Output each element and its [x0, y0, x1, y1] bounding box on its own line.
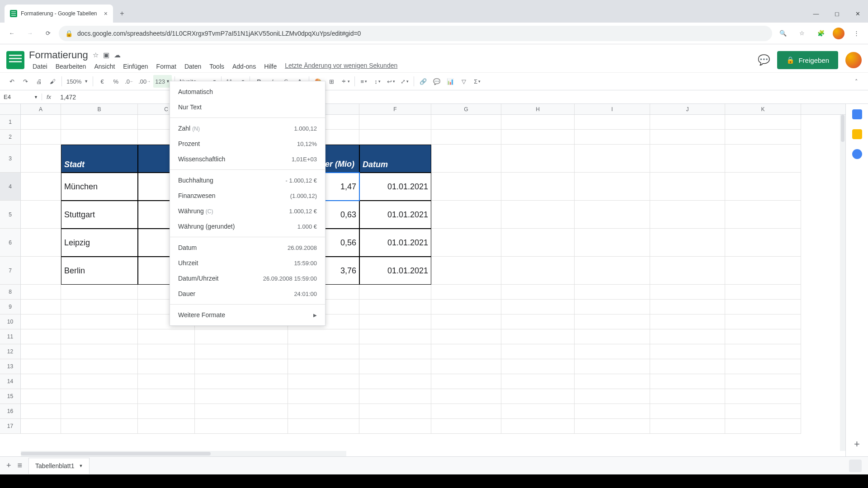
menu-datei[interactable]: Datei: [29, 62, 51, 71]
format-option[interactable]: Prozent10,12%: [170, 136, 325, 151]
cell-F15[interactable]: [359, 389, 431, 404]
menu-ansicht[interactable]: Ansicht: [90, 62, 118, 71]
cell-K7[interactable]: [725, 257, 801, 285]
formula-value[interactable]: 1,472: [56, 94, 80, 101]
cell-J10[interactable]: [650, 314, 725, 329]
cell-I16[interactable]: [575, 404, 650, 419]
cell-H15[interactable]: [501, 389, 575, 404]
cell-F3[interactable]: Datum: [359, 145, 431, 173]
cell-G5[interactable]: [431, 201, 501, 229]
reload-button[interactable]: ⟳: [41, 26, 55, 41]
all-sheets-button[interactable]: ≡: [18, 461, 23, 470]
col-header-H[interactable]: H: [501, 104, 575, 114]
cell-H17[interactable]: [501, 419, 575, 434]
cell-E16[interactable]: [288, 404, 359, 419]
cell-C12[interactable]: [138, 344, 195, 359]
menu-bearbeiten[interactable]: Bearbeiten: [52, 62, 90, 71]
cell-F2[interactable]: [359, 130, 431, 145]
sheet-tab[interactable]: Tabellenblatt1 ▼: [28, 458, 90, 474]
cell-H8[interactable]: [501, 285, 575, 300]
row-header[interactable]: 9: [0, 300, 21, 314]
row-header[interactable]: 3: [0, 145, 21, 173]
row-header[interactable]: 2: [0, 130, 21, 145]
sheets-logo-icon[interactable]: [6, 51, 24, 69]
cell-A16[interactable]: [21, 404, 61, 419]
format-option[interactable]: Währung (gerundet)1.000 €: [170, 219, 325, 234]
cell-A15[interactable]: [21, 389, 61, 404]
cell-H7[interactable]: [501, 257, 575, 285]
cell-I12[interactable]: [575, 344, 650, 359]
cell-A10[interactable]: [21, 314, 61, 329]
col-header-J[interactable]: J: [650, 104, 725, 114]
print-button[interactable]: 🖨: [33, 75, 45, 88]
format-option[interactable]: Finanzwesen(1.000,12): [170, 188, 325, 203]
row-header[interactable]: 4: [0, 173, 21, 201]
cell-C14[interactable]: [138, 374, 195, 389]
cell-F10[interactable]: [359, 314, 431, 329]
cell-I17[interactable]: [575, 419, 650, 434]
cell-K17[interactable]: [725, 419, 801, 434]
star-icon[interactable]: ☆: [795, 26, 809, 41]
format-option[interactable]: Zahl(N)1.000,12: [170, 121, 325, 136]
extensions-icon[interactable]: 🧩: [814, 26, 828, 41]
name-box[interactable]: E4▼: [0, 94, 42, 100]
explore-button[interactable]: [849, 460, 862, 472]
filter-button[interactable]: ▽: [458, 75, 470, 88]
profile-avatar[interactable]: [833, 28, 844, 39]
cell-J11[interactable]: [650, 329, 725, 344]
cell-J7[interactable]: [650, 257, 725, 285]
row-header[interactable]: 10: [0, 314, 21, 329]
borders-button[interactable]: ⊞: [326, 75, 338, 88]
cell-D17[interactable]: [195, 419, 288, 434]
cell-H11[interactable]: [501, 329, 575, 344]
cell-H4[interactable]: [501, 173, 575, 201]
cell-F6[interactable]: 01.01.2021: [359, 229, 431, 257]
cell-I14[interactable]: [575, 374, 650, 389]
halign-button[interactable]: ≡▾: [358, 75, 370, 88]
cell-G10[interactable]: [431, 314, 501, 329]
cell-J6[interactable]: [650, 229, 725, 257]
cell-B12[interactable]: [61, 344, 138, 359]
cell-G3[interactable]: [431, 145, 501, 173]
menu-hilfe[interactable]: Hilfe: [260, 62, 280, 71]
cell-E13[interactable]: [288, 359, 359, 374]
cloud-icon[interactable]: ☁: [114, 51, 121, 59]
keep-icon[interactable]: [852, 129, 862, 139]
format-option[interactable]: Weitere Formate▶: [170, 307, 325, 323]
cell-B11[interactable]: [61, 329, 138, 344]
cell-I8[interactable]: [575, 285, 650, 300]
cell-B17[interactable]: [61, 419, 138, 434]
menu-format[interactable]: Format: [153, 62, 180, 71]
row-header[interactable]: 15: [0, 389, 21, 404]
cell-E17[interactable]: [288, 419, 359, 434]
zoom-icon[interactable]: 🔍: [776, 26, 790, 41]
increase-decimal-button[interactable]: .00→: [137, 75, 152, 88]
wrap-button[interactable]: ↩▾: [385, 75, 397, 88]
menu-icon[interactable]: ⋮: [849, 26, 863, 41]
cell-A2[interactable]: [21, 130, 61, 145]
cell-J13[interactable]: [650, 359, 725, 374]
decrease-decimal-button[interactable]: .0←: [123, 75, 136, 88]
cell-H1[interactable]: [501, 115, 575, 130]
cell-K8[interactable]: [725, 285, 801, 300]
cell-B4[interactable]: München: [61, 173, 138, 201]
cell-J1[interactable]: [650, 115, 725, 130]
cell-F4[interactable]: 01.01.2021: [359, 173, 431, 201]
cell-F1[interactable]: [359, 115, 431, 130]
cell-F11[interactable]: [359, 329, 431, 344]
menu-einfuegen[interactable]: Einfügen: [119, 62, 151, 71]
cell-H12[interactable]: [501, 344, 575, 359]
chevron-down-icon[interactable]: ▼: [79, 464, 83, 468]
zoom-select[interactable]: 150%▼: [65, 75, 90, 88]
cell-G4[interactable]: [431, 173, 501, 201]
spreadsheet-grid[interactable]: ABCDEFGHIJK 123StadtEinwohner (Mio)Datum…: [0, 104, 845, 456]
row-header[interactable]: 11: [0, 329, 21, 344]
cell-A3[interactable]: [21, 145, 61, 173]
last-edit-text[interactable]: Letzte Änderung vor wenigen Sekunden: [285, 62, 397, 71]
cell-H13[interactable]: [501, 359, 575, 374]
cell-I13[interactable]: [575, 359, 650, 374]
cell-D15[interactable]: [195, 389, 288, 404]
cell-K5[interactable]: [725, 201, 801, 229]
cell-H10[interactable]: [501, 314, 575, 329]
calendar-icon[interactable]: [852, 109, 862, 119]
